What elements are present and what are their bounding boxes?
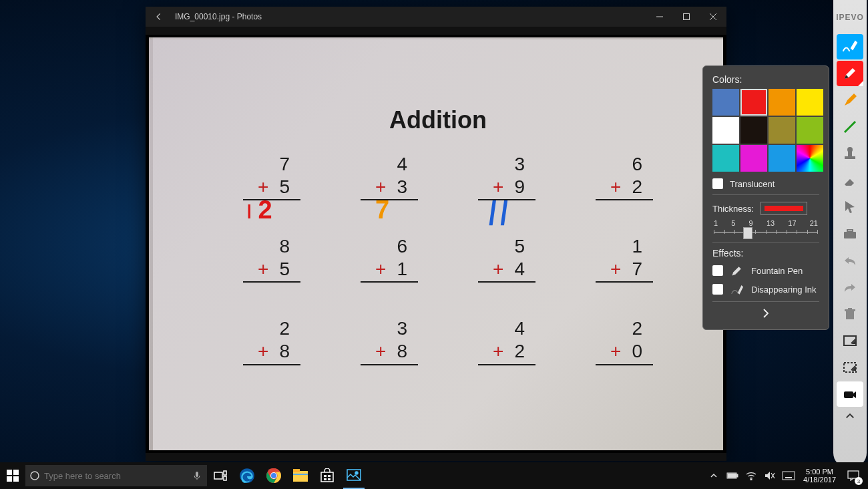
clock[interactable]: 5:00 PM 4/18/2017 bbox=[798, 468, 841, 484]
handwritten-answer: 7 bbox=[375, 196, 391, 224]
svg-point-29 bbox=[271, 473, 276, 478]
color-swatch[interactable] bbox=[712, 89, 739, 116]
problem: 3+8 bbox=[359, 317, 419, 365]
color-swatch[interactable] bbox=[740, 145, 767, 172]
cursor-tool[interactable] bbox=[837, 194, 863, 220]
battery-icon[interactable] bbox=[723, 462, 742, 489]
back-button[interactable] bbox=[146, 7, 172, 27]
photos-content: Addition 7+5ı24+373+9||6+28+56+15+41+72+… bbox=[146, 35, 726, 453]
color-swatch[interactable] bbox=[769, 89, 795, 116]
color-swatch[interactable] bbox=[769, 145, 795, 172]
line-tool[interactable] bbox=[837, 114, 863, 140]
toolbar-collapse-button[interactable] bbox=[837, 408, 863, 425]
svg-rect-17 bbox=[13, 470, 19, 475]
svg-rect-34 bbox=[324, 475, 327, 477]
store-icon[interactable] bbox=[314, 462, 341, 489]
color-swatch[interactable] bbox=[712, 145, 739, 172]
svg-rect-42 bbox=[728, 474, 736, 478]
window-controls bbox=[646, 7, 726, 27]
brush-tool[interactable] bbox=[837, 34, 863, 59]
tick-label: 17 bbox=[788, 219, 796, 227]
notifications-button[interactable]: 3 bbox=[841, 462, 865, 489]
svg-rect-32 bbox=[293, 474, 308, 475]
camera-button[interactable] bbox=[837, 381, 863, 407]
screen-capture-button[interactable] bbox=[837, 328, 863, 353]
color-swatch[interactable] bbox=[797, 89, 823, 116]
system-tray: 5:00 PM 4/18/2017 3 bbox=[704, 462, 868, 489]
svg-line-4 bbox=[845, 122, 855, 132]
selection-capture-button[interactable] bbox=[837, 355, 863, 380]
problem: 2+0 bbox=[594, 317, 654, 365]
close-button[interactable] bbox=[700, 7, 726, 27]
pencil-tool[interactable] bbox=[837, 61, 863, 86]
chrome-icon[interactable] bbox=[260, 462, 287, 489]
volume-icon[interactable] bbox=[761, 462, 779, 489]
svg-rect-19 bbox=[13, 476, 19, 482]
svg-rect-16 bbox=[7, 470, 12, 475]
svg-rect-37 bbox=[328, 478, 331, 480]
file-explorer-icon[interactable] bbox=[287, 462, 314, 489]
problem: 6+2 bbox=[594, 153, 654, 200]
svg-rect-15 bbox=[844, 391, 853, 398]
fountain-pen-checkbox[interactable] bbox=[712, 265, 723, 276]
slider-thumb[interactable] bbox=[743, 227, 752, 239]
divider bbox=[712, 194, 819, 195]
taskbar: 5:00 PM 4/18/2017 3 bbox=[0, 462, 868, 489]
thickness-slider[interactable] bbox=[714, 228, 818, 236]
problems-grid: 7+5ı24+373+9||6+28+56+15+41+72+83+84+22+… bbox=[213, 153, 683, 400]
mic-icon[interactable] bbox=[187, 471, 207, 480]
svg-rect-11 bbox=[845, 309, 855, 311]
undo-button[interactable] bbox=[837, 248, 863, 273]
search-input[interactable] bbox=[44, 471, 187, 481]
svg-rect-8 bbox=[844, 232, 856, 238]
svg-rect-10 bbox=[846, 311, 854, 319]
color-swatch[interactable] bbox=[740, 89, 767, 116]
highlighter-tool[interactable] bbox=[837, 88, 863, 113]
svg-rect-12 bbox=[848, 308, 852, 309]
keyboard-icon[interactable] bbox=[779, 462, 798, 489]
taskbar-apps bbox=[234, 462, 367, 489]
thickness-ticks: 159131721 bbox=[712, 219, 819, 227]
ipevo-settings-panel: Colors: Translucent Thickness: 159131721… bbox=[702, 65, 829, 330]
thickness-preview bbox=[761, 202, 807, 215]
edge-icon[interactable] bbox=[234, 462, 260, 489]
disappearing-ink-checkbox[interactable] bbox=[712, 284, 723, 295]
cortana-icon bbox=[25, 470, 44, 481]
translucent-checkbox[interactable] bbox=[712, 178, 723, 189]
svg-rect-33 bbox=[321, 472, 333, 482]
svg-rect-18 bbox=[7, 476, 12, 482]
translucent-label: Translucent bbox=[730, 179, 775, 189]
toolbox-tool[interactable] bbox=[837, 221, 863, 247]
color-swatch[interactable] bbox=[797, 117, 823, 144]
wifi-icon[interactable] bbox=[742, 462, 761, 489]
tray-chevron-icon[interactable] bbox=[704, 462, 723, 489]
svg-rect-9 bbox=[847, 230, 853, 232]
ipevo-logo: IPEVO bbox=[836, 1, 864, 33]
redo-button[interactable] bbox=[837, 275, 863, 300]
minimize-button[interactable] bbox=[646, 7, 673, 27]
fountain-pen-label: Fountain Pen bbox=[751, 266, 803, 276]
worksheet-title: Addition bbox=[389, 106, 487, 134]
svg-rect-24 bbox=[224, 471, 226, 475]
panel-next-button[interactable] bbox=[712, 301, 819, 321]
start-button[interactable] bbox=[0, 462, 25, 489]
color-swatch[interactable] bbox=[769, 117, 795, 144]
maximize-button[interactable] bbox=[673, 7, 700, 27]
trash-button[interactable] bbox=[837, 301, 863, 327]
eraser-tool[interactable] bbox=[837, 168, 863, 193]
svg-rect-30 bbox=[293, 471, 308, 482]
svg-rect-21 bbox=[196, 472, 198, 477]
worksheet-image[interactable]: Addition 7+5ı24+373+9||6+28+56+15+41+72+… bbox=[149, 37, 723, 450]
disappearing-ink-icon bbox=[730, 283, 744, 296]
color-swatch[interactable] bbox=[797, 145, 823, 172]
color-swatch[interactable] bbox=[740, 117, 767, 144]
svg-rect-1 bbox=[684, 14, 690, 20]
handwritten-answer: || bbox=[487, 196, 514, 226]
stamp-tool[interactable] bbox=[837, 141, 863, 166]
search-box[interactable] bbox=[25, 465, 207, 486]
photos-app-icon[interactable] bbox=[341, 462, 367, 489]
color-swatch[interactable] bbox=[712, 117, 739, 144]
problem: 4+37 bbox=[359, 153, 419, 200]
task-view-button[interactable] bbox=[207, 462, 234, 489]
photos-title: IMG_00010.jpg - Photos bbox=[175, 12, 262, 21]
